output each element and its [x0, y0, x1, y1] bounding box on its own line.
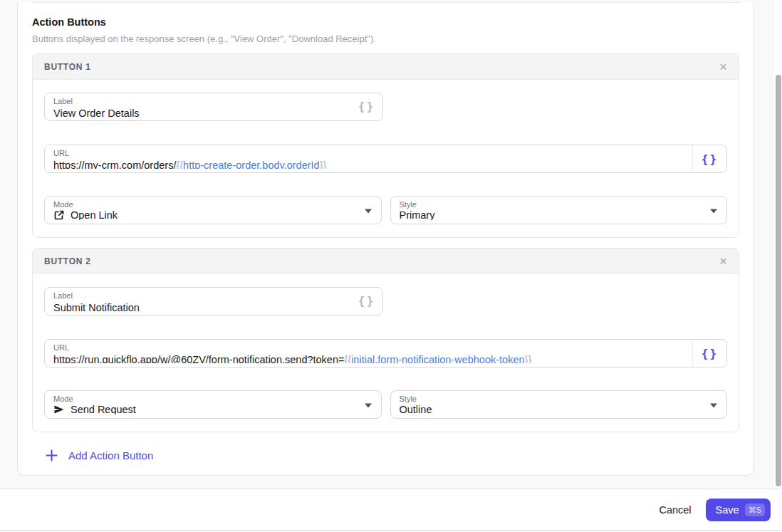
- braces-icon[interactable]: {}: [358, 100, 375, 113]
- chevron-down-icon: [710, 209, 717, 214]
- url-field-main: URL https://run.quickflo.app/w/@60ZV/for…: [45, 340, 692, 367]
- url-field-value: https://run.quickflo.app/w/@60ZV/form-no…: [53, 353, 684, 363]
- url-field-value: https://my-crm.com/orders/{{http-create-…: [53, 159, 684, 169]
- save-button-label: Save: [716, 504, 739, 516]
- url-field[interactable]: URL https://run.quickflo.app/w/@60ZV/for…: [44, 339, 727, 367]
- url-prefix: https://my-crm.com/orders/: [53, 160, 176, 169]
- mode-caption: Mode: [53, 200, 372, 209]
- token-name: http-create-order.body.orderId: [183, 160, 320, 169]
- scrollbar-track[interactable]: [773, 0, 782, 489]
- url-field-caption: URL: [53, 149, 684, 158]
- panel-title: BUTTON 1: [44, 62, 91, 72]
- send-icon: [53, 405, 65, 414]
- braces-icon: {}: [702, 152, 718, 166]
- action-buttons-settings-page: Action Buttons Buttons displayed on the …: [0, 0, 782, 532]
- chevron-down-icon: [365, 404, 372, 408]
- style-caption: Style: [400, 395, 719, 404]
- panel-body: Label Submit Notification {} URL https:/…: [33, 274, 739, 432]
- chevron-down-icon: [710, 404, 717, 408]
- style-value-row: Primary: [400, 210, 719, 220]
- url-field-main: URL https://my-crm.com/orders/{{http-cre…: [45, 145, 692, 172]
- section-title: Action Buttons: [32, 15, 739, 29]
- label-field-caption: Label: [53, 97, 374, 106]
- save-button[interactable]: Save ⌘S: [706, 499, 771, 521]
- url-field-caption: URL: [53, 343, 684, 353]
- style-select[interactable]: Style Outline: [390, 390, 728, 419]
- style-value: Primary: [400, 210, 435, 220]
- mode-value-row: Send Request: [53, 405, 372, 414]
- mode-value: Send Request: [71, 405, 136, 414]
- mode-caption: Mode: [53, 395, 372, 404]
- style-value: Outline: [400, 405, 432, 414]
- label-field[interactable]: Label View Order Details {}: [44, 93, 383, 121]
- external-link-icon: [53, 210, 65, 220]
- scrollbar-thumb[interactable]: [776, 75, 781, 486]
- mode-value: Open Link: [71, 210, 118, 220]
- close-icon[interactable]: ×: [719, 60, 727, 73]
- token-close-brace: }}: [320, 160, 327, 169]
- style-select[interactable]: Style Primary: [390, 196, 728, 224]
- token-open-brace: {{: [344, 354, 351, 363]
- mode-style-row: Mode Open Link: [44, 196, 727, 224]
- label-field-value: View Order Details: [53, 107, 374, 117]
- add-action-button-label: Add Action Button: [68, 449, 153, 461]
- panel-body: Label View Order Details {} URL https://…: [33, 80, 739, 237]
- label-field[interactable]: Label Submit Notification {}: [44, 287, 383, 315]
- label-field-caption: Label: [53, 291, 374, 301]
- section-divider: [32, 2, 739, 3]
- action-button-panel-1: BUTTON 1 × Label View Order Details {} U…: [32, 53, 739, 238]
- braces-icon: {}: [702, 347, 718, 360]
- close-icon[interactable]: ×: [719, 254, 727, 268]
- panel-header: BUTTON 1 ×: [33, 54, 739, 80]
- chevron-down-icon: [365, 209, 372, 214]
- url-prefix: https://run.quickflo.app/w/@60ZV/form-no…: [53, 354, 344, 363]
- mode-select[interactable]: Mode Send Request: [44, 390, 382, 419]
- style-value-row: Outline: [400, 405, 719, 414]
- cancel-button[interactable]: Cancel: [659, 504, 691, 516]
- panel-header: BUTTON 2 ×: [33, 249, 739, 274]
- insert-variable-button[interactable]: {}: [692, 340, 726, 367]
- settings-card: Action Buttons Buttons displayed on the …: [17, 2, 754, 476]
- action-button-panel-2: BUTTON 2 × Label Submit Notification {} …: [32, 248, 739, 432]
- token-close-brace: }}: [525, 354, 532, 363]
- panel-title: BUTTON 2: [44, 256, 91, 266]
- mode-value-row: Open Link: [53, 210, 372, 220]
- braces-icon[interactable]: {}: [358, 295, 375, 308]
- save-shortcut-badge: ⌘S: [745, 504, 765, 516]
- token-open-brace: {{: [176, 160, 183, 169]
- mode-style-row: Mode Send Request: [44, 390, 727, 419]
- token-name: initial.form-notification-webhook-token: [351, 354, 524, 363]
- section-description: Buttons displayed on the response screen…: [32, 33, 739, 45]
- add-action-button[interactable]: Add Action Button: [32, 447, 739, 464]
- url-field[interactable]: URL https://my-crm.com/orders/{{http-cre…: [44, 145, 727, 173]
- insert-variable-button[interactable]: {}: [692, 145, 726, 172]
- style-caption: Style: [400, 200, 719, 209]
- plus-icon: [46, 449, 58, 461]
- mode-select[interactable]: Mode Open Link: [44, 196, 382, 224]
- scroll-area: Action Buttons Buttons displayed on the …: [0, 0, 773, 489]
- label-field-value: Submit Notification: [53, 301, 374, 311]
- footer-bar: Cancel Save ⌘S: [0, 489, 782, 531]
